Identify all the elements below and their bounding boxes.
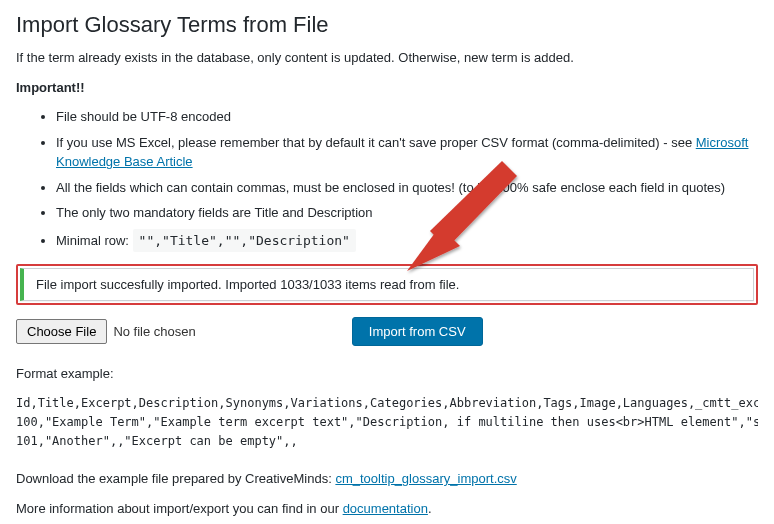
format-example-block: Id,Title,Excerpt,Description,Synonyms,Va…	[16, 394, 758, 452]
more-info-text: More information about import/export you…	[16, 501, 343, 516]
success-notice: File import succesfully imported. Import…	[20, 268, 754, 301]
important-label: Important!!	[16, 80, 85, 95]
list-item: The only two mandatory fields are Title …	[56, 203, 758, 223]
format-example-label: Format example:	[16, 364, 758, 384]
list-item: Minimal row: "","Title","","Description"	[56, 229, 758, 253]
download-example-link[interactable]: cm_tooltip_glossary_import.csv	[335, 471, 516, 486]
list-item-text: If you use MS Excel, please remember tha…	[56, 135, 696, 150]
more-info-line: More information about import/export you…	[16, 499, 758, 519]
important-list: File should be UTF-8 encoded If you use …	[16, 107, 758, 252]
list-item: If you use MS Excel, please remember tha…	[56, 133, 758, 172]
no-file-chosen-text: No file chosen	[113, 324, 195, 339]
highlight-box: File import succesfully imported. Import…	[16, 264, 758, 305]
minimal-row-code: "","Title","","Description"	[133, 229, 356, 253]
more-info-period: .	[428, 501, 432, 516]
list-item: All the fields which can contain commas,…	[56, 178, 758, 198]
file-upload-row: Choose File No file chosen Import from C…	[16, 317, 758, 346]
import-from-csv-button[interactable]: Import from CSV	[352, 317, 483, 346]
documentation-link[interactable]: documentation	[343, 501, 428, 516]
download-line: Download the example file prepared by Cr…	[16, 469, 758, 489]
download-text: Download the example file prepared by Cr…	[16, 471, 335, 486]
page-title: Import Glossary Terms from File	[16, 12, 758, 38]
minimal-row-label: Minimal row:	[56, 233, 133, 248]
list-item: File should be UTF-8 encoded	[56, 107, 758, 127]
choose-file-button[interactable]: Choose File	[16, 319, 107, 344]
intro-text: If the term already exists in the databa…	[16, 48, 758, 68]
